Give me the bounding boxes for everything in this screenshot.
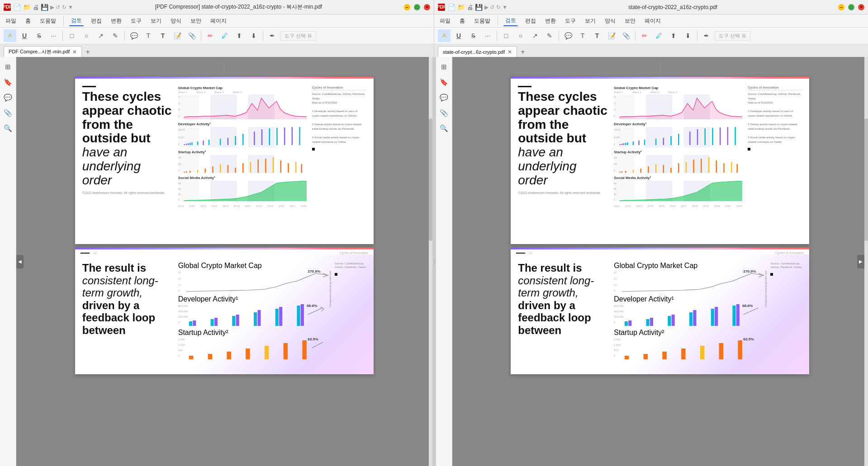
file-icon-left[interactable]: 📄 bbox=[14, 4, 21, 11]
menu-tools-right[interactable]: 도구 bbox=[563, 16, 578, 26]
left-collapse-arrow[interactable]: ◀ bbox=[16, 255, 24, 268]
more-btn-right[interactable]: ··· bbox=[481, 29, 494, 42]
note-btn-right[interactable]: 💬 bbox=[562, 29, 574, 42]
menu-home-right[interactable]: 홈 bbox=[458, 16, 467, 26]
pen2-right[interactable]: ✒ bbox=[700, 29, 713, 42]
menu-form-left[interactable]: 양식 bbox=[169, 16, 183, 26]
menu-review-right[interactable]: 검토 bbox=[503, 16, 518, 26]
more-btn-left[interactable]: ··· bbox=[47, 29, 60, 42]
stamp-left[interactable]: ⬆ bbox=[233, 29, 246, 42]
menu-convert-left[interactable]: 변환 bbox=[109, 16, 123, 26]
right-tab-close[interactable]: ✕ bbox=[508, 49, 512, 55]
right-scrollbar-thumb[interactable] bbox=[864, 118, 868, 241]
menu-form-right[interactable]: 양식 bbox=[603, 16, 617, 26]
menu-page-left[interactable]: 페이지 bbox=[209, 16, 228, 26]
rect-btn-right[interactable]: □ bbox=[500, 29, 512, 42]
attach-btn-right[interactable]: 📎 bbox=[620, 29, 632, 42]
save-icon-left[interactable]: 💾 bbox=[41, 4, 48, 11]
folder-icon-right[interactable]: 📁 bbox=[457, 4, 465, 11]
eraser-right[interactable]: ⬇ bbox=[682, 29, 694, 42]
menu-security-left[interactable]: 보안 bbox=[189, 16, 203, 26]
menu-tools-left[interactable]: 도구 bbox=[129, 16, 143, 26]
textbox-btn-left[interactable]: T bbox=[157, 29, 169, 42]
attach-btn-left[interactable]: 📎 bbox=[185, 29, 198, 42]
menu-convert-right[interactable]: 변환 bbox=[543, 16, 558, 26]
sidebar-pages-right[interactable]: ⊞ bbox=[437, 61, 450, 73]
highlight2-right[interactable]: 🖊 bbox=[653, 29, 665, 42]
arrow-btn-right[interactable]: ↗ bbox=[529, 29, 541, 42]
close-btn-left[interactable]: ✕ bbox=[424, 4, 430, 10]
highlight-btn-left[interactable]: A bbox=[4, 29, 16, 42]
left-tab-add[interactable]: + bbox=[83, 47, 93, 57]
menu-help-right[interactable]: 도움말 bbox=[472, 16, 492, 26]
print-icon-right[interactable]: 🖨 bbox=[467, 4, 473, 11]
sidebar-attach-right[interactable]: 📎 bbox=[437, 107, 450, 119]
textbox-btn-right[interactable]: T bbox=[591, 29, 603, 42]
maximize-btn-right[interactable]: □ bbox=[848, 4, 854, 10]
minimize-btn-left[interactable]: – bbox=[404, 4, 410, 10]
menu-file-left[interactable]: 파일 bbox=[4, 16, 18, 26]
menu-file-right[interactable]: 파일 bbox=[438, 16, 452, 26]
close-btn-right[interactable]: ✕ bbox=[858, 4, 864, 10]
edit-btn-right[interactable]: 📝 bbox=[605, 29, 618, 42]
edit-btn-left[interactable]: 📝 bbox=[171, 29, 184, 42]
pen2-left[interactable]: ✒ bbox=[266, 29, 279, 42]
panel-divider[interactable] bbox=[432, 57, 436, 466]
highlight-btn-right[interactable]: A bbox=[438, 29, 451, 42]
strikethrough-btn-left[interactable]: S̶ bbox=[33, 29, 45, 42]
left-scrollbar[interactable] bbox=[429, 57, 432, 466]
left-scrollbar-thumb[interactable] bbox=[429, 118, 432, 241]
right-tab-active[interactable]: state-of-crypt...6z-crypto.pdf ✕ bbox=[438, 46, 517, 57]
left-tab-active[interactable]: PDF Compre...사본-min.pdf ✕ bbox=[4, 46, 82, 57]
svg-rect-55 bbox=[295, 162, 297, 173]
right-scrollbar[interactable] bbox=[864, 57, 868, 466]
markup-btn-left[interactable]: ✎ bbox=[109, 29, 122, 42]
sidebar-bookmark-left[interactable]: 🔖 bbox=[2, 76, 14, 89]
menu-edit-left[interactable]: 편집 bbox=[89, 16, 104, 26]
menu-edit-right[interactable]: 편집 bbox=[523, 16, 538, 26]
underline-btn-right[interactable]: U bbox=[452, 29, 465, 42]
right-collapse-arrow[interactable]: ▶ bbox=[857, 255, 864, 268]
file-icon-right[interactable]: 📄 bbox=[448, 4, 455, 11]
maximize-btn-left[interactable]: □ bbox=[414, 4, 420, 10]
svg-rect-141 bbox=[621, 171, 623, 173]
menu-view-right[interactable]: 보기 bbox=[583, 16, 598, 26]
text-btn-left[interactable]: T bbox=[142, 29, 155, 42]
red-pen-left[interactable]: ✏ bbox=[204, 29, 217, 42]
text-btn-right[interactable]: T bbox=[576, 29, 589, 42]
print-icon-left[interactable]: 🖨 bbox=[33, 4, 39, 11]
folder-icon-left[interactable]: 📁 bbox=[23, 4, 31, 11]
right-pdf-area[interactable]: These cycles appear chaotic from the out… bbox=[452, 57, 868, 466]
sidebar-attach-left[interactable]: 📎 bbox=[2, 107, 14, 119]
sidebar-pages-left[interactable]: ⊞ bbox=[2, 61, 14, 73]
right-tab-add[interactable]: + bbox=[518, 47, 528, 57]
sidebar-bookmark-right[interactable]: 🔖 bbox=[437, 76, 450, 89]
menu-page-right[interactable]: 페이지 bbox=[643, 16, 663, 26]
svg-rect-151 bbox=[693, 160, 695, 173]
circle-btn-right[interactable]: ○ bbox=[514, 29, 527, 42]
sidebar-comment-right[interactable]: 💬 bbox=[437, 91, 450, 104]
note-btn-left[interactable]: 💬 bbox=[128, 29, 140, 42]
circle-btn-left[interactable]: ○ bbox=[80, 29, 93, 42]
sidebar-search-left[interactable]: 🔍 bbox=[2, 122, 14, 135]
arrow-btn-left[interactable]: ↗ bbox=[95, 29, 107, 42]
red-pen-right[interactable]: ✏ bbox=[638, 29, 651, 42]
eraser-left[interactable]: ⬇ bbox=[247, 29, 260, 42]
left-tab-close[interactable]: ✕ bbox=[72, 49, 77, 55]
menu-home-left[interactable]: 홈 bbox=[24, 16, 33, 26]
menu-view-left[interactable]: 보기 bbox=[149, 16, 163, 26]
menu-help-left[interactable]: 도움말 bbox=[38, 16, 58, 26]
underline-btn-left[interactable]: U bbox=[18, 29, 31, 42]
menu-security-right[interactable]: 보안 bbox=[623, 16, 637, 26]
sidebar-comment-left[interactable]: 💬 bbox=[2, 91, 14, 104]
sidebar-search-right[interactable]: 🔍 bbox=[437, 122, 450, 135]
menu-review-left[interactable]: 검토 bbox=[69, 16, 84, 26]
highlight2-left[interactable]: 🖊 bbox=[218, 29, 231, 42]
markup-btn-right[interactable]: ✎ bbox=[543, 29, 556, 42]
rect-btn-left[interactable]: □ bbox=[66, 29, 78, 42]
stamp-right[interactable]: ⬆ bbox=[667, 29, 680, 42]
save-icon-right[interactable]: 💾 bbox=[475, 4, 483, 11]
strikethrough-btn-right[interactable]: S̶ bbox=[467, 29, 479, 42]
minimize-btn-right[interactable]: – bbox=[838, 4, 844, 10]
left-pdf-area[interactable]: These cycles appear chaotic from the out… bbox=[16, 57, 432, 466]
